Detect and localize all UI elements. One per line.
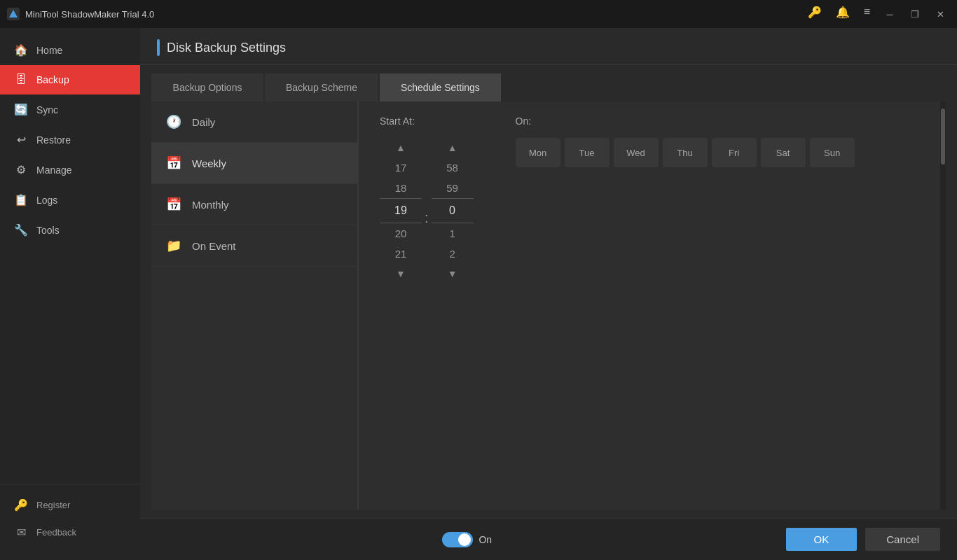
sidebar-item-backup[interactable]: 🗄 Backup	[0, 65, 140, 94]
sidebar-item-logs[interactable]: 📋 Logs	[0, 185, 140, 215]
minutes-column: ▲ 58 59 0 1 2 ▼	[432, 138, 474, 284]
daily-icon: 🕐	[165, 114, 182, 130]
register-icon: 🔑	[14, 498, 28, 512]
sidebar-bottom: 🔑 Register ✉ Feedback	[0, 484, 140, 560]
sidebar: 🏠 Home 🗄 Backup 🔄 Sync ↩ Restore ⚙ Manag…	[0, 28, 140, 560]
ok-button[interactable]: OK	[786, 528, 858, 551]
titlebar-controls: 🔑 🔔 ≡ ─ ❐ ✕	[804, 4, 950, 24]
header-accent	[157, 39, 160, 56]
main-layout: 🏠 Home 🗄 Backup 🔄 Sync ↩ Restore ⚙ Manag…	[0, 28, 957, 560]
option-label: On Event	[192, 240, 236, 252]
hour-current: 19	[380, 198, 422, 223]
hours-down-button[interactable]: ▼	[389, 264, 413, 284]
days-grid: Mon Tue Wed Thu Fri Sat Sun	[516, 138, 925, 167]
toggle-label: On	[478, 534, 492, 545]
option-label: Monthly	[192, 199, 229, 211]
minute-2: 2	[432, 244, 474, 264]
option-daily[interactable]: 🕐 Daily	[151, 102, 357, 143]
sidebar-item-label: Backup	[36, 74, 69, 85]
option-label: Weekly	[192, 158, 226, 169]
logs-icon: 📋	[14, 193, 28, 206]
hours-column: ▲ 17 18 19 20 21 ▼	[380, 138, 422, 284]
sidebar-item-label: Logs	[36, 195, 57, 206]
sidebar-nav: 🏠 Home 🗄 Backup 🔄 Sync ↩ Restore ⚙ Manag…	[0, 28, 140, 484]
day-wed[interactable]: Wed	[614, 138, 659, 167]
monthly-icon: 📅	[165, 197, 182, 212]
hour-20: 20	[380, 223, 422, 244]
tools-icon: 🔧	[14, 223, 28, 237]
svg-marker-0	[9, 10, 18, 18]
hour-21: 21	[380, 244, 422, 264]
key-icon[interactable]: 🔑	[804, 4, 826, 24]
option-label: Daily	[192, 116, 215, 128]
left-panel: 🕐 Daily 📅 Weekly 📅 Monthly 📁 On Event	[151, 102, 358, 510]
manage-icon: ⚙	[14, 163, 28, 176]
time-picker: Start At: ▲ 17 18 19 20 21 ▼	[380, 115, 474, 284]
menu-icon[interactable]: ≡	[860, 4, 874, 24]
panel-area: 🕐 Daily 📅 Weekly 📅 Monthly 📁 On Event	[151, 102, 946, 510]
sidebar-item-sync[interactable]: 🔄 Sync	[0, 94, 140, 125]
day-thu[interactable]: Thu	[663, 138, 708, 167]
minute-1: 1	[432, 223, 474, 244]
day-sun[interactable]: Sun	[810, 138, 855, 167]
tab-backup-options[interactable]: Backup Options	[151, 74, 263, 102]
sidebar-item-manage[interactable]: ⚙ Manage	[0, 155, 140, 185]
bell-icon[interactable]: 🔔	[832, 4, 854, 24]
option-weekly[interactable]: 📅 Weekly	[151, 143, 357, 184]
feedback-icon: ✉	[14, 526, 28, 539]
scrollbar-thumb	[941, 108, 945, 164]
titlebar: MiniTool ShadowMaker Trial 4.0 🔑 🔔 ≡ ─ ❐…	[0, 0, 957, 28]
minute-59: 59	[432, 178, 474, 198]
home-icon: 🏠	[14, 43, 28, 57]
sidebar-bottom-label: Feedback	[36, 527, 76, 538]
minutes-down-button[interactable]: ▼	[441, 264, 464, 284]
on-label: On:	[516, 115, 925, 127]
sidebar-item-label: Tools	[36, 225, 60, 236]
sidebar-item-restore[interactable]: ↩ Restore	[0, 125, 140, 155]
day-tue[interactable]: Tue	[565, 138, 610, 167]
sidebar-item-feedback[interactable]: ✉ Feedback	[0, 519, 140, 546]
restore-icon: ↩	[14, 133, 28, 146]
hours-up-button[interactable]: ▲	[389, 138, 413, 158]
right-panel: Start At: ▲ 17 18 19 20 21 ▼	[359, 102, 946, 510]
tab-backup-scheme[interactable]: Backup Scheme	[265, 74, 378, 102]
app-title: MiniTool ShadowMaker Trial 4.0	[25, 9, 804, 20]
content-area: Disk Backup Settings Backup Options Back…	[140, 28, 957, 560]
weekly-icon: 📅	[165, 155, 182, 171]
toggle-knob	[458, 533, 471, 546]
sidebar-item-register[interactable]: 🔑 Register	[0, 491, 140, 519]
minutes-up-button[interactable]: ▲	[441, 138, 464, 158]
day-mon[interactable]: Mon	[516, 138, 560, 167]
on-event-icon: 📁	[165, 238, 182, 253]
day-fri[interactable]: Fri	[712, 138, 757, 167]
option-monthly[interactable]: 📅 Monthly	[151, 184, 357, 225]
hour-17: 17	[380, 158, 422, 178]
time-columns: ▲ 17 18 19 20 21 ▼ : ▲	[380, 138, 474, 284]
toggle-switch[interactable]	[442, 532, 473, 547]
sidebar-item-home[interactable]: 🏠 Home	[0, 35, 140, 65]
tab-schedule-settings[interactable]: Schedule Settings	[380, 74, 501, 102]
schedule-row: Start At: ▲ 17 18 19 20 21 ▼	[380, 115, 925, 284]
toggle-wrap: On	[442, 532, 492, 547]
time-colon: :	[425, 210, 429, 226]
tabs-content: Backup Options Backup Scheme Schedule Se…	[140, 65, 957, 518]
page-title: Disk Backup Settings	[167, 41, 286, 55]
sidebar-item-tools[interactable]: 🔧 Tools	[0, 215, 140, 245]
sidebar-item-label: Home	[36, 45, 62, 56]
close-button[interactable]: ✕	[930, 4, 950, 24]
cancel-button[interactable]: Cancel	[865, 528, 940, 551]
start-at-label: Start At:	[380, 115, 415, 127]
day-sat[interactable]: Sat	[761, 138, 806, 167]
minute-current: 0	[432, 198, 474, 223]
days-section: On: Mon Tue Wed Thu Fri Sat Sun	[516, 115, 925, 167]
hour-18: 18	[380, 178, 422, 198]
minute-58: 58	[432, 158, 474, 178]
backup-icon: 🗄	[14, 74, 28, 86]
minimize-button[interactable]: ─	[880, 4, 900, 24]
sidebar-item-label: Restore	[36, 134, 71, 146]
option-on-event[interactable]: 📁 On Event	[151, 225, 357, 267]
scrollbar-track[interactable]	[940, 102, 946, 510]
restore-button[interactable]: ❐	[905, 4, 925, 24]
app-logo	[7, 8, 20, 20]
page-header: Disk Backup Settings	[140, 28, 957, 65]
